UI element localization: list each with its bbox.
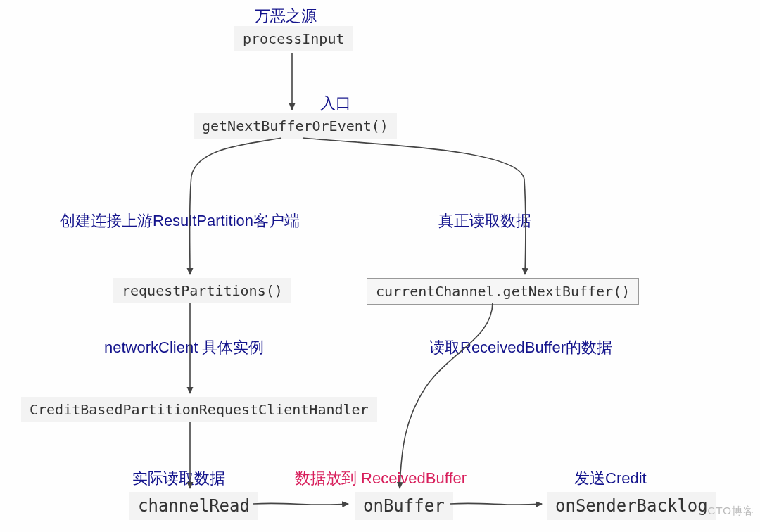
node-process-input: processInput [234, 26, 353, 51]
node-request-partitions: requestPartitions() [113, 278, 291, 303]
watermark: CTO博客 [708, 505, 754, 518]
label-actual-read: 实际读取数据 [132, 468, 225, 489]
label-nc-instance: networkClient 具体实例 [104, 337, 264, 358]
arrow-onbuffer-onsenderbacklog [450, 503, 542, 505]
arrow-currentchannel-onbuffer [400, 303, 493, 488]
node-cbprch: CreditBasedPartitionRequestClientHandler [21, 397, 377, 422]
label-left-desc: 创建连接上游ResultPartition客户端 [60, 210, 300, 232]
label-put-recv: 数据放到 ReceivedBuffer [295, 468, 467, 489]
node-current-channel: currentChannel.getNextBuffer() [367, 278, 639, 305]
node-get-next-buf-or-event: getNextBufferOrEvent() [194, 113, 397, 139]
arrow-channelread-onbuffer [253, 503, 348, 505]
arrow-getnext-requestpartitions [190, 138, 282, 274]
label-send-credit: 发送Credit [574, 468, 647, 489]
arrow-getnext-currentchannel [303, 138, 526, 274]
node-channel-read: channelRead [129, 492, 258, 520]
label-right-desc: 真正读取数据 [438, 210, 531, 232]
label-root: 万恶之源 [255, 6, 317, 27]
label-entry: 入口 [320, 93, 351, 114]
label-read-recv: 读取ReceivedBuffer的数据 [429, 337, 612, 358]
arrows-layer [0, 0, 760, 532]
node-on-sender-backlog: onSenderBacklog [547, 492, 716, 520]
node-on-buffer: onBuffer [355, 492, 453, 520]
